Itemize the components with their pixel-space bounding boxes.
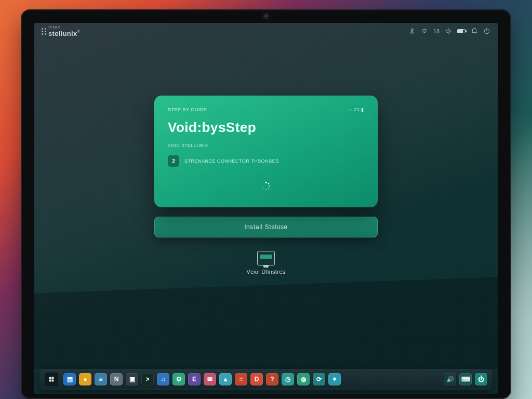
taskbar-tray-power[interactable]: ⏻ bbox=[475, 373, 487, 385]
taskbar-app-monitor[interactable]: ◷ bbox=[282, 373, 294, 385]
notifications-icon[interactable] bbox=[471, 28, 478, 35]
svg-point-7 bbox=[262, 185, 263, 187]
taskbar-app-mail[interactable]: ✉ bbox=[204, 373, 216, 385]
taskbar-apps: ▤●≡N▣>♫⚙E✉▲=D?◷◍⟳✦ bbox=[45, 373, 341, 386]
svg-point-5 bbox=[265, 189, 267, 190]
volume-icon[interactable] bbox=[445, 28, 452, 35]
svg-point-6 bbox=[263, 188, 264, 189]
taskbar-app-notes[interactable]: N bbox=[110, 373, 123, 385]
taskbar-app-help[interactable]: ? bbox=[266, 373, 278, 385]
desktop-shortcut-label: Vciol Dfinstres bbox=[247, 269, 286, 275]
webcam-icon bbox=[263, 14, 269, 19]
power-menu-icon[interactable] bbox=[483, 28, 490, 35]
svg-point-1 bbox=[265, 182, 267, 183]
bluetooth-icon[interactable] bbox=[408, 28, 416, 35]
battery-icon[interactable] bbox=[457, 29, 466, 33]
taskbar-app-update[interactable]: ⟳ bbox=[313, 373, 325, 385]
taskbar-app-music[interactable]: ♫ bbox=[157, 373, 169, 385]
svg-point-4 bbox=[268, 188, 269, 189]
svg-rect-12 bbox=[52, 380, 54, 382]
taskbar-app-terminal[interactable]: > bbox=[141, 373, 154, 385]
brand-block: VINIX stellunix® bbox=[48, 25, 80, 37]
brand-name: stellunix® bbox=[48, 30, 80, 37]
taskbar-app-calc[interactable]: = bbox=[235, 373, 247, 385]
taskbar-app-chat[interactable]: ● bbox=[79, 373, 91, 385]
installer-title: Void:bysStep bbox=[168, 119, 364, 136]
card-header: STEP BY GUIDE ― 21 ▮ bbox=[168, 107, 364, 112]
start-button[interactable] bbox=[45, 373, 58, 386]
taskbar-right: 🔊⌨⏻ bbox=[444, 373, 487, 385]
desktop-shortcut[interactable]: Vciol Dfinstres bbox=[247, 251, 286, 275]
top-panel: VINIX stellunix® 18 bbox=[34, 23, 498, 39]
os-screen: VINIX stellunix® 18 STEP BY GUIDE ― 21 ▮ bbox=[34, 23, 498, 394]
step-number-badge: 2 bbox=[168, 155, 179, 167]
install-button[interactable]: Install Stelose bbox=[154, 217, 378, 237]
taskbar-tray-keyboard[interactable]: ⌨ bbox=[459, 373, 472, 385]
taskbar-app-docs[interactable]: D bbox=[250, 373, 263, 385]
step-description: STRENANCE CONNECTOR THSONSES bbox=[184, 158, 279, 164]
loading-spinner-icon bbox=[261, 181, 271, 191]
svg-rect-9 bbox=[49, 377, 51, 379]
panel-left: VINIX stellunix® bbox=[42, 25, 80, 37]
installer-container: STEP BY GUIDE ― 21 ▮ Void:bysStep VOID S… bbox=[154, 96, 378, 275]
svg-rect-10 bbox=[52, 377, 54, 379]
installer-card: STEP BY GUIDE ― 21 ▮ Void:bysStep VOID S… bbox=[154, 96, 378, 207]
installer-step-row: 2 STRENANCE CONNECTOR THSONSES bbox=[168, 155, 364, 167]
wifi-icon[interactable] bbox=[421, 28, 428, 35]
taskbar-tray-volume[interactable]: 🔊 bbox=[444, 373, 456, 385]
taskbar-app-disk[interactable]: ◍ bbox=[297, 373, 310, 385]
monitor-bezel: VINIX stellunix® 18 STEP BY GUIDE ― 21 ▮ bbox=[21, 9, 511, 399]
taskbar: ▤●≡N▣>♫⚙E✉▲=D?◷◍⟳✦ 🔊⌨⏻ bbox=[39, 369, 493, 390]
taskbar-app-settings[interactable]: ⚙ bbox=[172, 373, 185, 385]
taskbar-app-web[interactable]: ≡ bbox=[95, 373, 107, 385]
svg-point-8 bbox=[263, 183, 264, 184]
installer-subtitle: VOID STELLUNIX bbox=[168, 143, 364, 148]
brand-subtext: VINIX bbox=[48, 25, 80, 30]
taskbar-app-editor[interactable]: E bbox=[188, 373, 201, 385]
card-kicker: STEP BY GUIDE bbox=[168, 107, 207, 112]
tray-percent: 18 bbox=[433, 29, 440, 34]
activities-icon[interactable] bbox=[42, 28, 43, 35]
svg-point-2 bbox=[268, 183, 269, 184]
svg-point-3 bbox=[269, 185, 270, 187]
taskbar-app-files[interactable]: ▤ bbox=[63, 373, 76, 385]
monitor-icon bbox=[257, 251, 275, 265]
svg-rect-11 bbox=[49, 380, 51, 382]
card-status-right: ― 21 ▮ bbox=[348, 107, 364, 112]
taskbar-app-photos[interactable]: ▲ bbox=[219, 373, 232, 385]
system-tray: 18 bbox=[408, 28, 490, 35]
taskbar-app-network[interactable]: ✦ bbox=[328, 373, 341, 385]
taskbar-app-store[interactable]: ▣ bbox=[126, 373, 138, 385]
